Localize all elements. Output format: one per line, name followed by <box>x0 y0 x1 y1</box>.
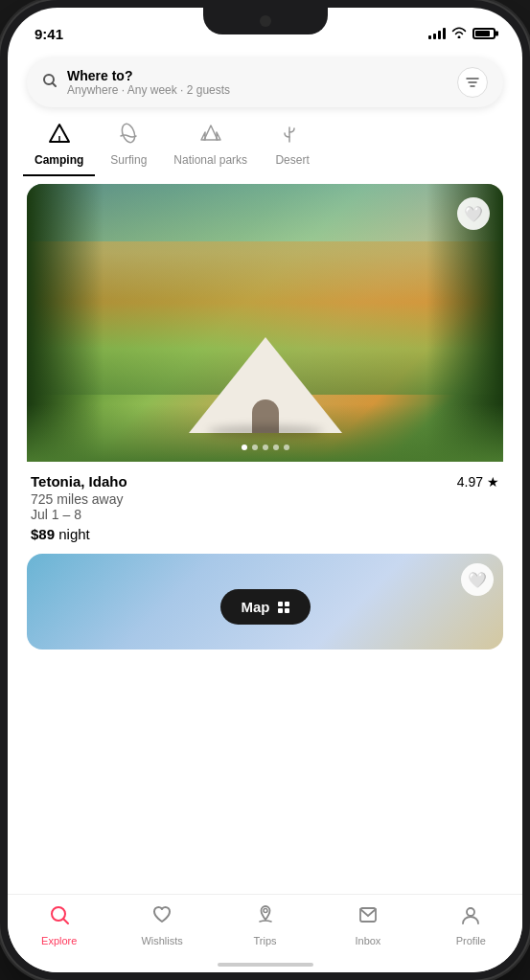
status-icons <box>428 27 495 41</box>
svg-point-16 <box>467 908 474 916</box>
star-icon: ★ <box>487 474 499 490</box>
svg-point-7 <box>120 123 137 144</box>
dot-2 <box>252 444 258 450</box>
map-grid-icon <box>278 602 289 613</box>
search-bar[interactable]: Where to? Anywhere · Any week · 2 guests <box>27 57 503 107</box>
svg-marker-8 <box>204 125 218 140</box>
national-parks-label: National parks <box>173 153 247 167</box>
search-title: Where to? <box>67 68 230 83</box>
svg-marker-9 <box>201 132 205 140</box>
time-display: 9:41 <box>35 26 63 42</box>
listing-rating: 4.97 ★ <box>457 474 499 490</box>
filter-button[interactable] <box>457 67 488 98</box>
search-icon <box>42 73 58 92</box>
wishlist-button[interactable]: 🤍 <box>457 197 490 230</box>
battery-icon <box>472 28 495 39</box>
nav-inbox[interactable]: Inbox <box>316 904 419 946</box>
app-content: Where to? Anywhere · Any week · 2 guests <box>8 50 522 650</box>
tent-scene <box>189 308 342 433</box>
explore-icon <box>49 904 70 931</box>
listing-card[interactable]: 🤍 Tetonia, Idaho 4.97 <box>27 184 503 546</box>
camera <box>260 15 271 27</box>
notch <box>203 8 328 34</box>
desert-label: Desert <box>275 153 309 167</box>
trips-icon <box>255 904 276 931</box>
svg-marker-10 <box>217 132 220 140</box>
nav-trips[interactable]: Trips <box>214 904 316 946</box>
listing-price: $89 night <box>31 526 499 542</box>
tab-national-parks[interactable]: National parks <box>162 115 259 176</box>
listing-info: Tetonia, Idaho 4.97 ★ 725 miles away Jul… <box>27 462 503 546</box>
svg-line-1 <box>53 83 57 87</box>
home-indicator <box>218 963 313 967</box>
dot-1 <box>242 444 247 450</box>
camping-label: Camping <box>35 153 83 167</box>
listing-distance: 725 miles away <box>31 491 499 507</box>
second-wishlist-button[interactable]: 🤍 <box>461 563 494 596</box>
map-label: Map <box>242 599 270 615</box>
nav-profile[interactable]: Profile <box>420 904 522 946</box>
dot-5 <box>284 444 289 450</box>
trips-label: Trips <box>253 935 276 946</box>
profile-icon <box>460 904 481 931</box>
second-listing-card[interactable]: 🤍 Map <box>27 554 503 650</box>
inbox-label: Inbox <box>355 935 380 946</box>
listing-location: Tetonia, Idaho <box>31 473 127 490</box>
explore-label: Explore <box>41 935 77 946</box>
search-subtitle: Anywhere · Any week · 2 guests <box>67 83 230 97</box>
listing-dates: Jul 1 – 8 <box>31 507 499 522</box>
screen: 9:41 <box>8 8 522 972</box>
bottom-nav: Explore Wishlists Trips <box>8 894 522 972</box>
listing-image: 🤍 <box>27 184 503 462</box>
map-button[interactable]: Map <box>220 589 311 625</box>
dot-4 <box>273 444 279 450</box>
national-parks-icon <box>199 123 222 149</box>
wishlists-icon <box>151 904 173 931</box>
tab-desert[interactable]: Desert <box>259 115 326 176</box>
image-pagination <box>242 444 289 450</box>
svg-line-13 <box>63 919 68 923</box>
dot-3 <box>263 444 268 450</box>
surfing-label: Surfing <box>110 153 147 167</box>
signal-icon <box>428 28 446 39</box>
surfing-icon <box>117 123 140 149</box>
nav-explore[interactable]: Explore <box>8 904 110 946</box>
nav-wishlists[interactable]: Wishlists <box>110 904 213 946</box>
profile-label: Profile <box>456 935 486 946</box>
desert-icon <box>281 123 304 149</box>
phone-frame: 9:41 <box>0 0 530 980</box>
inbox-icon <box>357 904 379 931</box>
wishlists-label: Wishlists <box>141 935 182 946</box>
tab-camping[interactable]: Camping <box>23 115 95 176</box>
camping-icon <box>48 123 71 149</box>
svg-point-14 <box>264 909 267 913</box>
wifi-icon <box>451 27 467 41</box>
category-tabs: Camping Surfing <box>23 115 507 176</box>
tab-surfing[interactable]: Surfing <box>95 115 162 176</box>
